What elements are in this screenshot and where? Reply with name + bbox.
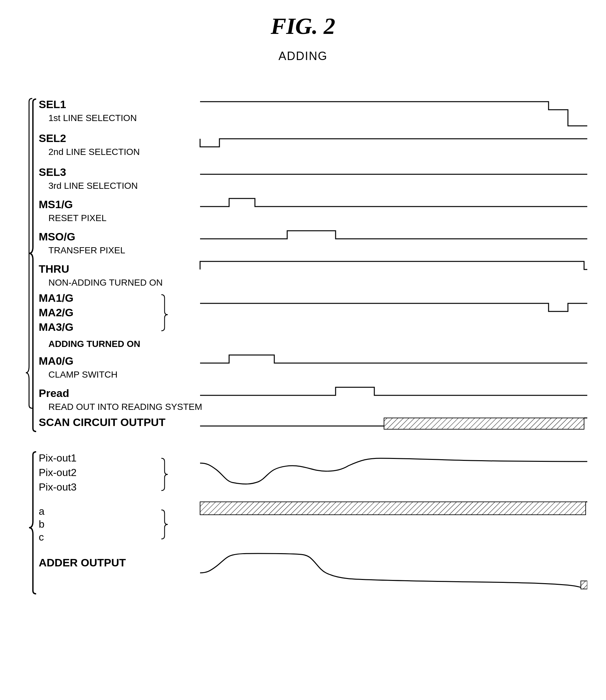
thru-waveform [200, 261, 587, 270]
ma3g-label-main: MA3/G [39, 321, 74, 333]
pixout-waveform [200, 458, 587, 484]
ms0g-label-sub: TRANSFER PIXEL [48, 245, 125, 255]
main-outer-brace [29, 99, 36, 431]
pread-label-main: Pread [39, 387, 69, 399]
sel1-waveform [200, 102, 587, 126]
thru-label-main: THRU [39, 263, 69, 275]
mag-group-brace [161, 295, 168, 331]
adder-label-main: ADDER OUTPUT [39, 556, 126, 569]
sel1-label-main: SEL1 [39, 98, 66, 110]
adder-waveform-main [200, 554, 581, 587]
ma2g-label-main: MA2/G [39, 306, 74, 319]
figure-subtitle: ADDING [19, 49, 587, 63]
pread-label-sub: READ OUT INTO READING SYSTEM [48, 402, 202, 412]
ms0g-label-main: MSO/G [39, 230, 75, 243]
sel3-label-sub: 3rd LINE SELECTION [48, 181, 138, 191]
bottom-outer-brace [29, 452, 36, 594]
ms1g-label-sub: RESET PIXEL [48, 213, 107, 223]
adding-on-label: ADDING TURNED ON [48, 339, 140, 349]
a-label-main: a [39, 506, 45, 517]
scan-hatch-region [384, 418, 584, 429]
pixout3-label-main: Pix-out3 [39, 481, 76, 493]
sel3-label-main: SEL3 [39, 166, 66, 178]
ma1g-label-main: MA1/G [39, 292, 74, 304]
abc-group-brace [161, 510, 168, 539]
page-container: FIG. 2 ADDING SEL1 1st LINE SELECTION SE… [0, 0, 606, 700]
sel2-label-sub: 2nd LINE SELECTION [48, 147, 140, 157]
ma0g-label-sub: CLAMP SWITCH [48, 370, 117, 379]
ms1g-label-main: MS1/G [39, 198, 73, 210]
figure-title: FIG. 2 [19, 13, 587, 40]
sel1-label-sub: 1st LINE SELECTION [48, 113, 137, 123]
ms0g-waveform [200, 231, 587, 239]
thru-label-sub: NON-ADDING TURNED ON [48, 278, 163, 287]
pixout2-label-main: Pix-out2 [39, 467, 76, 478]
c-label-main: c [39, 531, 44, 543]
ma0g-waveform [200, 355, 587, 363]
adder-hatch-end [581, 581, 587, 589]
abc-hatch-region [200, 502, 586, 515]
mag-waveform [200, 303, 587, 311]
pread-waveform [200, 387, 587, 395]
ms1g-waveform [200, 199, 587, 207]
ma0g-label-main: MA0/G [39, 355, 74, 367]
scan-label-main: SCAN CIRCUIT OUTPUT [39, 416, 166, 428]
pixout-group-brace [161, 458, 168, 491]
pixout1-label-main: Pix-out1 [39, 452, 76, 464]
sel2-label-main: SEL2 [39, 132, 66, 144]
sel2-waveform [200, 139, 587, 147]
b-label-main: b [39, 518, 45, 530]
